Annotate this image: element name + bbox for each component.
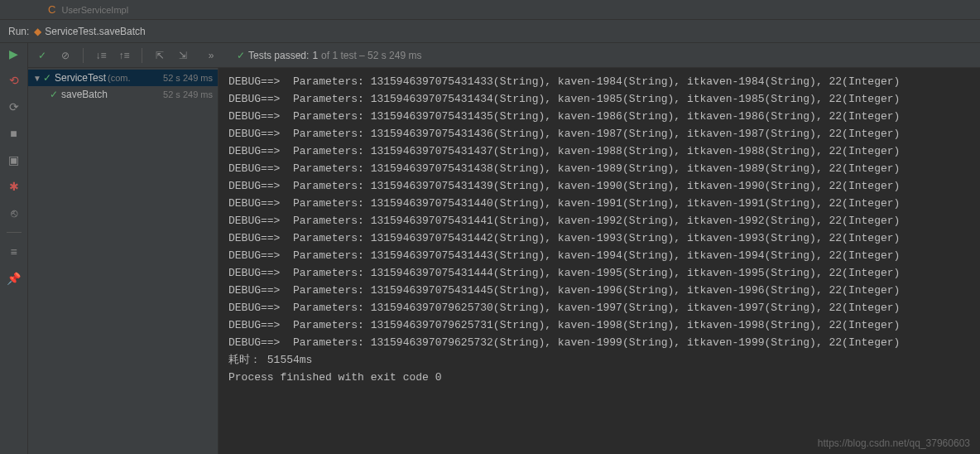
console-line: 耗时： 51554ms [228,351,970,369]
console-line: DEBUG==> Parameters: 1315946397079625731… [228,316,970,334]
separator [83,48,84,63]
console-line: Process finished with exit code 0 [228,369,970,386]
dump-icon[interactable]: ▣ [7,152,22,167]
console-line: DEBUG==> Parameters: 1315946397075431440… [228,195,970,212]
separator [142,48,142,63]
rerun-failed-icon[interactable]: ⟲ [7,73,22,88]
console-line: DEBUG==> Parameters: 1315946397075431436… [228,125,970,142]
sort-up-button[interactable]: ↑≡ [115,46,133,65]
test-toolbar: ✓ ⊘ ↓≡ ↑≡ ⇱ ⇲ » ✓ Tests passed: 1 of 1 t… [28,43,980,68]
console-line: DEBUG==> Parameters: 1315946397075431439… [228,177,970,195]
breadcrumb-dim: C UserServiceImpl [48,3,128,16]
check-icon: ✓ [237,50,245,61]
breadcrumb-text[interactable]: UserServiceImpl [61,5,128,15]
tests-of-text: of 1 test – 52 s 249 ms [321,50,421,61]
sort-down-button[interactable]: ↓≡ [92,46,110,65]
tree-root[interactable]: ▼ ✓ ServiceTest(com. 52 s 249 ms [28,70,218,86]
tree-root-time: 52 s 249 ms [163,73,213,83]
test-file-icon: ◆ [34,26,41,37]
console-line: DEBUG==> Parameters: 1315946397075431443… [228,247,970,264]
stop-icon[interactable]: ■ [7,126,22,141]
check-icon: ✓ [43,72,51,84]
tree-child-name: saveBatch [61,89,163,100]
tree-child-time: 52 s 249 ms [163,89,213,99]
run-icon[interactable]: ▶ [7,46,22,61]
console-output[interactable]: DEBUG==> Parameters: 1315946397075431433… [219,68,980,454]
collapse-all-button[interactable]: ⇲ [174,46,192,65]
console-line: DEBUG==> Parameters: 1315946397075431435… [228,108,970,125]
gutter-separator [7,232,22,233]
console-line: DEBUG==> Parameters: 1315946397075431444… [228,264,970,282]
exit-icon[interactable]: ⎋ [7,205,22,220]
class-icon: C [48,3,55,16]
console-line: DEBUG==> Parameters: 1315946397075431442… [228,229,970,247]
main-area: ▶ ⟲ ⟳ ■ ▣ ✱ ⎋ ≡ 📌 ✓ ⊘ ↓≡ ↑≡ ⇱ ⇲ » ✓ Test… [0,43,980,454]
watermark: https://blog.csdn.net/qq_37960603 [818,437,970,449]
tests-passed-label: Tests passed: [248,50,309,61]
console-line: DEBUG==> Parameters: 1315946397075431438… [228,160,970,177]
tree-root-name: ServiceTest(com. [55,72,163,84]
body-row: ▼ ✓ ServiceTest(com. 52 s 249 ms ✓ saveB… [28,68,980,454]
layout-icon[interactable]: ≡ [7,244,22,259]
show-passed-button[interactable]: ✓ [33,46,51,65]
console-line: DEBUG==> Parameters: 1315946397075431437… [228,142,970,160]
left-gutter: ▶ ⟲ ⟳ ■ ▣ ✱ ⎋ ≡ 📌 [0,43,28,454]
pin-icon[interactable]: 📌 [7,271,22,286]
show-ignored-button[interactable]: ⊘ [56,46,74,65]
toggle-auto-icon[interactable]: ⟳ [7,99,22,114]
console-line: DEBUG==> Parameters: 1315946397075431445… [228,282,970,299]
top-bar: C UserServiceImpl [0,0,980,20]
check-icon: ✓ [50,89,58,100]
run-label: Run: [8,26,29,37]
console-line: DEBUG==> Parameters: 1315946397079625732… [228,334,970,351]
console-line: DEBUG==> Parameters: 1315946397075431433… [228,73,970,90]
tests-passed-count: 1 [312,50,318,61]
chevron-down-icon[interactable]: ▼ [33,74,43,83]
center-wrap: ✓ ⊘ ↓≡ ↑≡ ⇱ ⇲ » ✓ Tests passed: 1 of 1 t… [28,43,980,454]
console-line: DEBUG==> Parameters: 1315946397075431441… [228,212,970,229]
debug-icon[interactable]: ✱ [7,179,22,194]
console-line: DEBUG==> Parameters: 1315946397079625730… [228,299,970,316]
more-button[interactable]: » [202,46,220,65]
test-tree[interactable]: ▼ ✓ ServiceTest(com. 52 s 249 ms ✓ saveB… [28,68,219,454]
tree-child[interactable]: ✓ saveBatch 52 s 249 ms [28,86,218,103]
console-line: DEBUG==> Parameters: 1315946397075431434… [228,90,970,108]
expand-all-button[interactable]: ⇱ [151,46,169,65]
run-toolbar: Run: ◆ ServiceTest.saveBatch [0,20,980,43]
run-config-name[interactable]: ServiceTest.saveBatch [45,26,145,37]
test-status: ✓ Tests passed: 1 of 1 test – 52 s 249 m… [237,50,421,61]
